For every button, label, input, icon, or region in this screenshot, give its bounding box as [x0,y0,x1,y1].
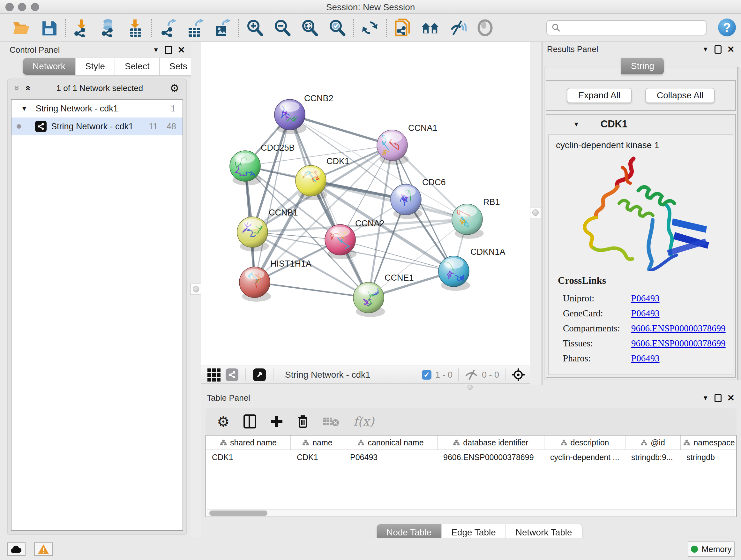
crosslink-link[interactable]: P06493 [631,293,660,304]
column-header-database-identifier[interactable]: database identifier [437,435,544,449]
save-session-icon[interactable] [40,18,58,37]
float-panel-icon[interactable] [165,46,172,54]
graph-node-CDKN1A[interactable] [439,256,470,291]
table-cell[interactable]: stringdb [681,453,737,462]
graph-node-CCNB1[interactable] [237,217,269,252]
close-panel-icon[interactable]: ✕ [727,44,735,55]
collapse-panel-icon[interactable]: ▼ [153,46,159,54]
graph-node-CCNA1[interactable] [377,130,409,165]
collapse-panel-icon[interactable]: ▼ [702,394,709,401]
graph-node-CDC6[interactable] [391,184,422,219]
export-table-icon[interactable] [186,18,204,37]
home-networks-icon[interactable] [421,18,440,37]
network-icon [35,121,47,132]
tab-network[interactable]: Network [23,58,76,75]
horizontal-splitter[interactable] [201,385,741,390]
column-header-namespace[interactable]: namespace [681,435,737,449]
float-panel-icon[interactable] [715,45,722,54]
right-splitter[interactable] [530,42,542,385]
table-cell[interactable]: CDK1 [291,453,344,462]
string-import-icon[interactable] [394,18,412,37]
splitter-handle[interactable] [532,209,539,216]
collapse-all-button[interactable]: Collapse All [645,88,715,103]
column-header-@id[interactable]: @id [625,435,681,449]
tab-select[interactable]: Select [115,58,160,75]
export-image-icon[interactable] [212,18,231,37]
crosslink-link[interactable]: 9606.ENSP00000378699 [631,323,726,334]
zoom-selected-icon[interactable] [328,18,346,37]
footer-separator [458,368,459,381]
float-panel-icon[interactable] [715,394,722,402]
column-header-shared-name[interactable]: shared name [206,435,291,449]
network-share-icon[interactable] [226,368,239,381]
network-options-gear-icon[interactable]: ⚙ [170,82,179,95]
graph-node-CDK1[interactable] [295,165,327,200]
zoom-in-icon[interactable] [246,18,264,37]
gene-card-collapse-icon[interactable]: ▼ [573,121,580,128]
scrollbar-thumb[interactable] [209,510,267,516]
table-horizontal-scrollbar[interactable] [207,509,735,516]
import-table-icon[interactable] [126,18,145,37]
tab-string[interactable]: String [621,58,664,74]
refresh-icon[interactable] [360,18,379,37]
graph-node-CCNA2[interactable] [325,225,357,259]
table-cell[interactable]: 9606.ENSP00000378699 [437,453,544,462]
table-row[interactable]: CDK1CDK1P064939606.ENSP00000378699cyclin… [206,450,736,464]
lens-icon[interactable] [476,18,494,37]
close-panel-icon[interactable]: ✕ [727,393,735,403]
column-header-name[interactable]: name [291,435,344,449]
table-cell[interactable]: P06493 [344,453,437,462]
results-scrollbar[interactable] [738,67,741,380]
open-folder-icon[interactable] [12,18,30,37]
control-panel: Control Panel ▼ ✕ NetworkStyleSelectSets… [3,42,191,538]
cloud-status-button[interactable] [7,543,25,556]
graph-node-HIST1H1A[interactable] [239,267,271,302]
import-network-database-icon[interactable] [99,18,118,37]
column-header-description[interactable]: description [544,435,625,449]
table-cell[interactable]: CDK1 [206,453,291,462]
graph-node-CDC25B[interactable] [230,151,262,186]
splitter-handle[interactable] [193,286,199,293]
graph-node-CCNE1[interactable] [353,282,385,317]
search-input[interactable] [564,23,706,33]
column-header-canonical-name[interactable]: canonical name [344,435,437,449]
network-row-selected[interactable]: String Network - cdk1 11 48 [11,118,183,135]
expand-all-networks-icon[interactable]: » [12,85,23,91]
memory-button[interactable]: Memory [688,542,735,557]
search-field[interactable] [546,20,706,36]
splitter-handle[interactable] [468,385,473,390]
crosslink-link[interactable]: P06493 [631,353,660,364]
left-splitter[interactable] [191,42,201,538]
close-panel-icon[interactable]: ✕ [178,45,185,55]
delete-column-icon[interactable] [297,415,309,428]
zoom-out-icon[interactable] [273,18,291,37]
birds-eye-view-icon[interactable] [253,368,266,381]
tree-expand-icon[interactable]: ▼ [21,105,27,112]
warning-status-button[interactable] [34,543,53,556]
export-network-icon[interactable] [159,18,178,37]
fit-target-icon[interactable] [511,368,525,382]
show-columns-icon[interactable] [244,415,256,428]
graph-node-RB1[interactable] [452,204,484,239]
hidden-eye-icon[interactable] [465,369,478,380]
table-cell[interactable]: cyclin-dependent ... [544,453,625,462]
node-table[interactable]: shared namenamecanonical namedatabase id… [205,435,737,517]
expand-all-button[interactable]: Expand All [567,88,632,103]
import-network-file-icon[interactable] [72,18,91,37]
collapse-panel-icon[interactable]: ▼ [702,46,709,53]
graph-node-CCNB2[interactable] [274,99,307,134]
add-column-icon[interactable] [270,415,283,428]
network-collection-row[interactable]: ▼ String Network - cdk1 1 [11,100,183,118]
selected-checkbox-icon[interactable]: ✓ [422,370,431,380]
view-grid-icon[interactable] [207,368,220,381]
network-canvas[interactable]: CCNB2CCNA1CDC25BCDK1CDC6RB1CCNB1CCNA2CDK… [201,42,530,366]
crosslink-link[interactable]: 9606.ENSP00000378699 [631,338,726,349]
crosslink-link[interactable]: P06493 [631,308,660,319]
table-cell[interactable]: stringdb:9... [625,453,681,462]
help-icon[interactable]: ? [718,18,736,37]
zoom-fit-icon[interactable] [300,18,319,37]
tab-style[interactable]: Style [76,58,115,75]
collapse-all-networks-icon[interactable]: » [22,85,32,91]
table-settings-gear-icon[interactable]: ⚙ [217,414,229,430]
hide-glass-icon[interactable] [448,18,467,37]
